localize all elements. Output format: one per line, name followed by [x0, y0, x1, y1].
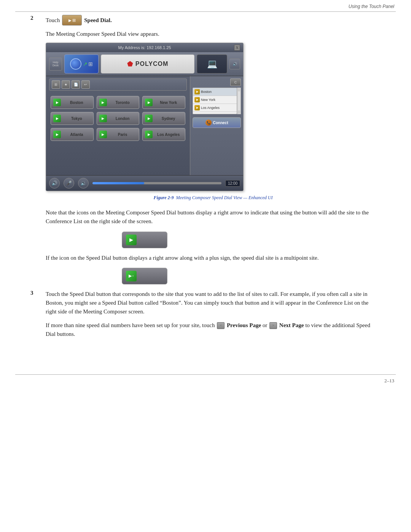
dial-label-losangeles: Los Angeles [154, 133, 183, 137]
help-desk-btn[interactable]: Help Desk [49, 58, 62, 70]
list-arrow-boston: ▶ [194, 89, 200, 94]
dial-arrow-paris: ▶ [99, 131, 107, 138]
polycom-icon: ⬟ [127, 60, 133, 68]
globe-nav-btn[interactable]: ↗ ⊞ [64, 54, 99, 73]
dial-label-toronto: Toronto [108, 101, 137, 105]
step-3-number: 3 [30, 290, 46, 296]
list-scrollbar[interactable] [237, 88, 241, 114]
toolbar-star-btn[interactable]: ★ [62, 80, 70, 89]
dial-btn-boston[interactable]: ▶ Boston [51, 96, 94, 109]
list-item-newyork[interactable]: ▶ New York [193, 96, 237, 104]
dial-arrow-newyork: ▶ [145, 99, 153, 106]
figure-text: Meeting Composer Speed Dial View — Enhan… [176, 195, 272, 200]
dial-btn-toronto[interactable]: ▶ Toronto [97, 96, 140, 109]
speed-dial-icon-button[interactable] [62, 15, 82, 26]
toolbar-arrow-btn[interactable]: ↩ [81, 80, 90, 89]
prev-page-icon[interactable]: < [217, 322, 225, 329]
step-3-prefix: If more than nine speed dial numbers hav… [46, 322, 215, 328]
list-arrow-newyork: ▶ [194, 97, 200, 102]
dial-label-london: London [108, 117, 137, 121]
polycom-logo-panel: ⬟ POLYCOM [101, 54, 194, 73]
conference-list: ▶ Boston ▶ New York ▶ Los Angeles [193, 88, 237, 114]
toolbar-grid-btn[interactable]: ⊞ [52, 80, 60, 89]
prev-page-label: Previous Page [227, 322, 261, 328]
icon-preview-2: ▶+ [46, 268, 244, 284]
toolbar-file-btn[interactable]: 📄 [72, 80, 80, 89]
laptop-nav-btn[interactable]: 💻 [197, 54, 227, 73]
connect-text: Connect [213, 121, 228, 125]
next-page-icon[interactable]: > [269, 322, 277, 329]
step-3-row: 3 Touch the Speed Dial button that corre… [30, 290, 381, 339]
or-text: or [263, 322, 268, 328]
clear-button[interactable]: C [230, 78, 241, 86]
vol-icon: 🔊 [233, 62, 237, 66]
dial-btn-tokyo[interactable]: ▶ Tokyo [51, 112, 94, 125]
step-2-number: 2 [30, 15, 46, 21]
dial-btn-london[interactable]: ▶ London [97, 112, 140, 125]
list-text-boston: Boston [201, 90, 212, 94]
list-text-newyork: New York [201, 98, 215, 102]
laptop-icon: 💻 [207, 59, 217, 69]
dial-label-sydney: Sydney [154, 117, 183, 121]
step-2-text: Touch Speed Dial. [46, 15, 112, 26]
step-2-prefix: Touch [46, 17, 60, 24]
dial-label-paris: Paris [108, 133, 137, 137]
step-2-row: 2 Touch Speed Dial. [30, 15, 381, 26]
dial-label-boston: Boston [62, 101, 91, 105]
dial-arrow-tokyo: ▶ [53, 115, 61, 122]
toolbar: ⊞ ★ 📄 ↩ [49, 78, 187, 91]
next-page-label: Next Page [279, 322, 304, 328]
footer-page-number: 2–13 [0, 375, 411, 384]
dial-arrow-boston: ▶ [53, 99, 61, 106]
progress-fill [92, 182, 144, 184]
dial-arrow-atlanta: ▶ [53, 131, 61, 138]
screenshot-container: My Address is: 192.168.1.25 X Help Desk … [46, 43, 244, 191]
list-item-boston[interactable]: ▶ Boston [193, 88, 237, 96]
icon-preview-1: ▶ [46, 232, 244, 248]
dial-arrow-sydney: ▶ [145, 115, 153, 122]
titlebar-text: My Address is: 192.168.1.25 [55, 45, 234, 50]
screenshot-bottom-bar: 🔊 🎤 🔉 12:00 [46, 175, 243, 191]
close-button[interactable]: X [234, 45, 240, 51]
step-2-label: Speed Dial. [84, 17, 112, 24]
screenshot-body: ⊞ ★ 📄 ↩ ▶ Boston ▶ Toronto [46, 76, 243, 175]
bottom-icon-speaker[interactable]: 🔉 [78, 178, 89, 189]
left-panel: ⊞ ★ 📄 ↩ ▶ Boston ▶ Toronto [46, 76, 190, 175]
bottom-icon-vol[interactable]: 🔊 [49, 178, 60, 189]
step-3-content: Touch the Speed Dial button that corresp… [46, 290, 381, 339]
body-para-1: Note that the icons on the Meeting Compo… [46, 208, 381, 226]
right-panel: C ▶ Boston ▶ New York ▶ [190, 76, 243, 175]
header-rule [15, 11, 396, 12]
header-label: Using the Touch Panel [0, 0, 411, 11]
dial-btn-paris[interactable]: ▶ Paris [97, 128, 140, 141]
dial-arrow-london: ▶ [99, 115, 107, 122]
dial-arrow-toronto: ▶ [99, 99, 107, 106]
appears-text: The Meeting Composer Speed Dial view app… [46, 31, 381, 37]
vol-button[interactable]: 🔊 [229, 59, 240, 69]
bottom-icon-mic[interactable]: 🎤 [64, 178, 74, 189]
arrow-icon-preview: ▶ [126, 235, 137, 245]
screenshot-titlebar: My Address is: 192.168.1.25 X [46, 43, 243, 52]
globe-icon [70, 58, 81, 70]
figure-number: Figure 2-9 [153, 195, 174, 200]
progress-bar [92, 182, 221, 184]
dial-btn-losangeles[interactable]: ▶ Los Angeles [142, 128, 185, 141]
dial-label-newyork: New York [154, 101, 183, 105]
body-para-2: If the icon on the Speed Dial button dis… [46, 254, 381, 262]
dial-label-tokyo: Tokyo [62, 117, 91, 121]
dial-btn-newyork[interactable]: ▶ New York [142, 96, 185, 109]
connect-button[interactable]: 📞 Connect [193, 117, 241, 128]
polycom-logo: ⬟ POLYCOM [127, 60, 168, 68]
figure-caption: Figure 2-9 Meeting Composer Speed Dial V… [46, 195, 381, 201]
connect-icon: 📞 [206, 120, 212, 126]
grid-icon: ⊞ [88, 61, 93, 67]
speed-dial-grid: ▶ Boston ▶ Toronto ▶ New York ▶ Tokyo [49, 94, 187, 142]
dial-arrow-losangeles: ▶ [145, 131, 153, 138]
arrow-plus-button-preview: ▶+ [122, 268, 167, 284]
list-item-losangeles[interactable]: ▶ Los Angeles [193, 104, 237, 112]
dial-btn-sydney[interactable]: ▶ Sydney [142, 112, 185, 125]
arrow-button-preview: ▶ [122, 232, 167, 248]
dial-btn-atlanta[interactable]: ▶ Atlanta [51, 128, 94, 141]
polycom-text: POLYCOM [135, 61, 168, 67]
screenshot-top-nav: Help Desk ↗ ⊞ ⬟ POLYCOM 💻 [46, 52, 243, 76]
